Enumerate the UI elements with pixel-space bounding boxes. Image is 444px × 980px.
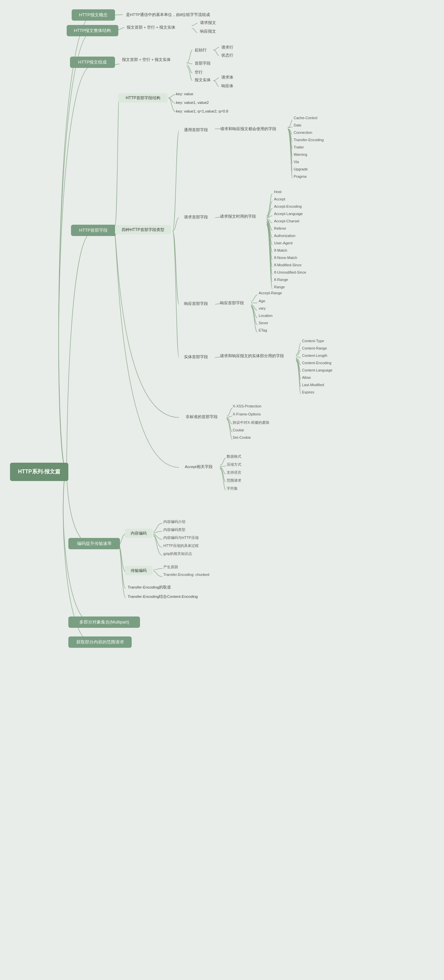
node-eh-contenttype: Content-Type: [300, 338, 326, 344]
node-four-types: 四种HTTP首部字段类型: [115, 225, 171, 234]
node-eh-contentlength: Content-Length: [300, 353, 329, 358]
connector-lines: [0, 0, 444, 980]
svg-line-0: [115, 14, 123, 15]
node-request-header: 请求首部字段: [178, 212, 214, 222]
node-encoding-speed: 编码提升传输速率: [68, 538, 120, 549]
node-ce-intro: 内容编码介绍: [161, 519, 187, 525]
node-qishi-req: 请求行: [219, 43, 236, 51]
node-rh-ifmodified: If-Modified-Since: [272, 262, 303, 268]
node-resp-etag: ETag: [257, 328, 269, 333]
node-ns-xframe: X-Frame-Options: [231, 412, 263, 417]
node-eh-contentenc: Content-Encoding: [300, 360, 333, 366]
node-gh-upgrade: Upgrade: [292, 167, 310, 172]
node-gh-date: Date: [292, 123, 303, 128]
node-request-header-desc: 请求报文时用的字段: [217, 212, 259, 221]
node-header-struct3: key: value1; q=1,value2; q=0.8: [173, 107, 231, 115]
node-multipart: 多部分对象集合(Multipart): [68, 616, 140, 628]
node-accept-fields: Accept相关字段: [178, 462, 219, 471]
node-rh-auth: Authorization: [272, 233, 297, 238]
node-qishi-res: 状态行: [219, 51, 236, 59]
node-http-concept: HTTP报文概念: [72, 9, 115, 21]
node-qishi: 起始行: [192, 46, 209, 54]
node-resp-age: Age: [257, 298, 267, 304]
node-rh-accept-lang: Accept-Language: [272, 211, 305, 216]
node-ce-http: 内容编码与HTTP压缩: [161, 535, 201, 541]
node-range-request: 获取部分内容的范围请求: [68, 636, 132, 648]
node-http-structure-desc: 报文首部 + 空行 + 报文实体: [124, 23, 178, 32]
node-ce-gzip-knowledge: gzip的相关知识点: [161, 550, 194, 557]
node-gh-warning: Warning: [292, 152, 309, 157]
node-resp-location: Location: [257, 313, 275, 318]
node-rh-ifrange: If-Range: [272, 277, 290, 282]
node-http-structure-req: 请求报文: [197, 19, 219, 27]
node-ce-gzip-process: HTTP压缩的具体过程: [161, 542, 201, 549]
node-rh-ifnonematch: If-None-Match: [272, 255, 299, 260]
node-http-concept-desc: 是HTTP通信中的基本单位，由8位组字节流组成: [123, 10, 212, 19]
node-rh-ifmatch: If-Match: [272, 248, 289, 253]
node-rh-range: Range: [272, 284, 287, 290]
node-te-cancel: Transfer-Encoding的取道: [125, 583, 174, 591]
node-gh-transfer: Transfer-Encoding: [292, 137, 326, 142]
node-resp-sever: Sever: [257, 320, 270, 326]
node-nonstandard-header: 非标准的首部字段: [178, 412, 225, 422]
node-entity-header-desc: 请求和响应报文的实体部分用的字段: [217, 351, 287, 361]
node-eh-contentrange: Content-Range: [300, 345, 329, 351]
node-eh-contentlang: Content-Language: [300, 368, 334, 373]
node-te-chunked: Transfer-Encoding: chunked: [161, 572, 211, 577]
node-shoubu-ziduan: 首部字段: [192, 59, 213, 67]
node-te-reason: 产生原因: [161, 564, 180, 570]
node-resp-acceptrange: Accept-Range: [257, 290, 284, 296]
node-rh-accept-char: Accept-Charset: [272, 218, 301, 224]
node-baowenshiti-res: 响应体: [219, 82, 236, 90]
node-header-struct: HTTP首部字段结构: [118, 93, 168, 103]
node-http-header: HTTP首部字段: [71, 225, 116, 236]
node-konghang: 空行: [192, 68, 205, 76]
node-rh-accept: Accept: [272, 196, 287, 202]
node-header-struct2: key: value1, value2: [173, 99, 211, 107]
node-te-combine: Transfer-Encoding结合Content-Encoding: [125, 593, 200, 600]
node-eh-expires: Expires: [300, 390, 316, 395]
node-ns-cookie: Cookie: [231, 428, 246, 433]
node-baowenshiti: 报文实体: [192, 76, 213, 84]
node-af-compress: 压缩方式: [225, 461, 243, 468]
node-rh-ifunmodified: If-Unmodified-Since: [272, 270, 308, 275]
node-gh-trailer: Trailer: [292, 145, 306, 150]
node-eh-allow: Allow: [300, 375, 313, 380]
node-rh-host: Host: [272, 189, 284, 194]
node-af-charset: 字符集: [225, 485, 240, 492]
node-response-header: 响应首部字段: [178, 299, 214, 308]
node-gh-cache: Cache-Control: [292, 115, 319, 121]
root-node: HTTP系列-报文篇: [10, 463, 68, 481]
node-eh-lastmodified: Last-Modified: [300, 382, 326, 387]
node-af-range-req: 范围请求: [225, 477, 243, 484]
node-gh-via: Via: [292, 159, 301, 164]
node-entity-header: 实体首部字段: [178, 352, 214, 361]
node-af-dataformat: 数据格式: [225, 453, 243, 460]
node-ce-type: 内容编码类型: [161, 527, 187, 533]
node-rh-accept-enc: Accept-Encoding: [272, 204, 303, 209]
node-gh-pragma: Pragma: [292, 174, 309, 179]
node-rh-referer: Referer: [272, 226, 288, 231]
node-http-compose: HTTP报文组成: [70, 57, 115, 68]
node-http-structure-res: 响应报文: [197, 27, 219, 35]
node-gh-connection: Connection: [292, 130, 314, 135]
node-header-struct1: key: value: [173, 90, 196, 98]
node-ns-protocol: 协议中对X-前缀的废除: [231, 419, 272, 426]
node-content-encoding: 内容编码: [125, 529, 152, 538]
node-rh-useragent: User-Agent: [272, 240, 295, 246]
node-response-header-desc: 响应首部字段: [217, 298, 247, 307]
node-general-header: 通用首部字段: [178, 125, 214, 135]
node-http-compose-desc: 报文首部 + 空行 + 报文实体: [119, 55, 173, 64]
node-baowenshiti-req: 请求体: [219, 73, 236, 81]
node-resp-vary: vary: [257, 305, 268, 311]
node-http-structure: HTTP报文整体结构: [67, 25, 118, 36]
node-af-support-lang: 支持语言: [225, 469, 243, 476]
node-transfer-encoding: 传输编码: [125, 566, 152, 575]
node-ns-setcookie: Set-Cookie: [231, 435, 253, 440]
node-general-header-desc: 请求和响应报文都会使用的字段: [218, 124, 279, 134]
node-ns-xss: X-XSS-Protection: [231, 403, 264, 409]
mind-map: HTTP系列-报文篇 HTTP报文概念 是HTTP通信中的基本单位，由8位组字节…: [0, 0, 444, 980]
